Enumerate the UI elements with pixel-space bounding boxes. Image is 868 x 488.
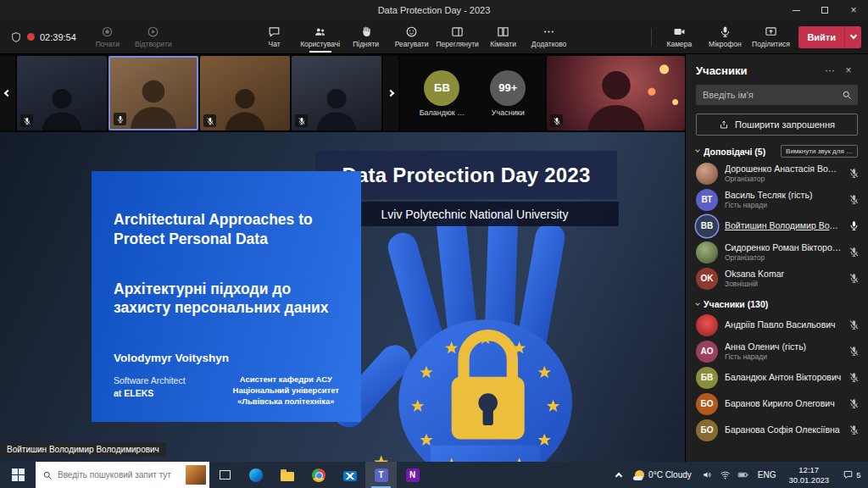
teams-icon: T [375,469,388,482]
search-icon [842,90,852,100]
participants-panel: Учасники ··· × Поширити запрошення Допов… [685,54,868,462]
mic-off-icon [206,117,214,125]
taskbar-app-onenote[interactable]: N [397,462,428,488]
meeting-toolbar: 02:39:54 Почати Відтворити Чат Користува… [0,20,868,54]
share-invite-icon [719,119,729,130]
mic-off-icon [849,398,860,409]
mic-off-icon [849,346,860,357]
teams-meeting-window: Data Protection Day - 2023 × 02:39:54 По… [0,0,868,488]
video-tile-active-speaker[interactable] [108,56,198,130]
participant-row[interactable]: АО Анна Оленич (гість)Гість наради [686,338,868,364]
participant-search-input[interactable] [696,85,858,105]
avatar: OK [696,268,718,290]
weather-widget[interactable]: 0°C Cloudy [628,470,698,480]
camera-button[interactable]: Камера [656,20,702,54]
participant-row[interactable]: БО Баранов Кирило Олегович [686,391,868,417]
eu-flag-hand-with-padlock-illustration [332,207,665,462]
slide-subtitle-bar: Lviv Polytechnic National University [331,202,619,226]
windows-taskbar: T N 0°C Cloudy ENG 12:17 30.01.2023 5 [0,462,868,488]
video-tile[interactable] [17,56,107,130]
folder-icon [281,472,294,481]
share-button[interactable]: Поділитися [748,20,793,54]
panel-more-button[interactable]: ··· [821,64,839,76]
muted-badge [203,114,216,127]
play-button[interactable]: Відтворити [131,20,176,54]
search-icon [42,470,53,480]
tab-rooms[interactable]: Кімнати [481,20,526,54]
participant-row[interactable]: Сидоренко Роман ВікторовичОрганізатор [686,239,868,265]
section-speakers[interactable]: Доповідачі (5) Вимкнути звук для … [686,137,868,160]
tab-chat[interactable]: Чат [252,20,298,54]
layout-icon [451,25,464,38]
participant-row[interactable]: OK Oksana KomarЗовнішній [686,265,868,291]
chevron-down-icon [695,147,700,152]
volume-button[interactable] [698,469,716,480]
mic-off-icon [849,168,860,179]
participant-row[interactable]: Андріїв Павло Васильович [686,312,868,338]
taskbar-clock[interactable]: 12:17 30.01.2023 [782,465,836,485]
taskbar-app-chrome[interactable] [303,462,334,488]
minimize-icon [793,10,800,11]
mute-all-button[interactable]: Вимкнути звук для … [781,145,858,158]
taskbar-search[interactable] [36,462,209,488]
avatar: АО [696,341,718,363]
network-button[interactable] [716,469,734,480]
more-dots-icon [542,25,555,38]
section-attendees[interactable]: Учасники (130) [686,291,868,312]
taskbar-app-edge[interactable] [240,462,271,488]
search-highlight-thumbnail[interactable] [186,465,206,485]
tab-raise-hand[interactable]: Підняти [343,20,389,54]
leave-options-button[interactable] [844,26,861,48]
chevron-down-icon [849,32,856,39]
avatar [696,241,718,263]
participant-row[interactable]: БВ Баландюк Антон Вікторович [686,364,868,391]
tab-more[interactable]: Додатково [526,20,572,54]
action-center-button[interactable]: 5 [836,469,868,480]
slide-heading-ua: Архітектурні підходи до захисту персонал… [114,280,339,319]
participant-row[interactable]: ВТ Василь Тесляк (гість)Гість наради [686,186,868,213]
maximize-button[interactable] [810,0,839,20]
shared-screen-slide: Data Protection Day 2023 Lviv Polytechni… [0,132,685,462]
chrome-icon [312,469,326,482]
battery-button[interactable] [734,469,752,480]
task-view-button[interactable] [209,462,240,488]
leave-button[interactable]: Вийти [798,26,861,48]
mic-icon [849,220,860,231]
battery-icon [737,469,748,480]
hidden-icons-button[interactable] [609,471,628,479]
mic-off-icon [849,424,860,435]
taskbar-app-teams-active[interactable]: T [365,462,397,488]
video-tile[interactable] [292,56,381,130]
overflow-count[interactable]: 99+ Учасники [490,70,526,117]
overflow-participant[interactable]: БВ Баландюк … [420,70,465,117]
close-button[interactable]: × [839,0,868,20]
participant-row[interactable]: БО Баранова Софія Олексіївна [686,417,868,443]
tab-view[interactable]: Переглянути [435,20,481,54]
video-tile[interactable] [547,56,685,130]
edge-icon [249,469,263,482]
chat-icon [268,25,281,38]
participant-row[interactable]: Дорошенко Анастасія Володим…Організатор [686,160,868,186]
filmstrip-next-button[interactable] [383,56,398,130]
tab-react[interactable]: Реагувати [389,20,435,54]
filmstrip-prev-button[interactable] [0,56,15,130]
taskbar-app-file-explorer[interactable] [271,462,303,488]
video-tile[interactable] [200,56,290,130]
onenote-icon: N [406,469,420,482]
mic-off-icon [23,117,31,125]
panel-close-button[interactable]: × [839,64,858,76]
start-button[interactable] [0,462,36,488]
start-button[interactable]: Почати [85,20,131,54]
microphone-button[interactable]: Мікрофон [702,20,748,54]
rooms-icon [497,25,509,38]
tab-participants[interactable]: Користувачі [298,20,343,54]
task-view-icon [220,470,231,480]
share-invite-button[interactable]: Поширити запрошення [696,114,858,136]
taskbar-app-mail[interactable] [334,462,365,488]
chevron-up-icon [615,473,622,480]
language-indicator[interactable]: ENG [752,470,782,480]
taskbar-search-input[interactable] [58,470,181,480]
participant-row-current-speaker[interactable]: ВВ Войтишин Володимир Володи… [686,213,868,239]
mail-icon [343,471,357,481]
minimize-button[interactable] [782,0,810,20]
